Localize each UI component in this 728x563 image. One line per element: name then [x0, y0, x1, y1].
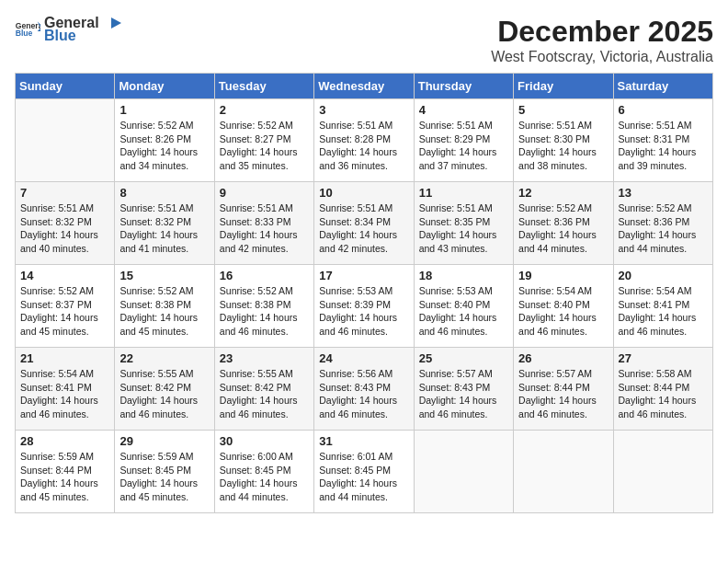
- day-header-wednesday: Wednesday: [314, 74, 414, 99]
- cell-info-line: and 44 minutes.: [518, 242, 608, 256]
- calendar-cell: 22Sunrise: 5:55 AMSunset: 8:42 PMDayligh…: [115, 348, 214, 431]
- cell-info-line: and 38 minutes.: [518, 159, 608, 173]
- cell-info-line: and 46 minutes.: [518, 325, 608, 339]
- svg-marker-3: [111, 17, 121, 29]
- cell-info-line: Sunset: 8:35 PM: [419, 215, 508, 229]
- cell-info-line: Sunset: 8:44 PM: [20, 464, 109, 477]
- cell-info: Sunrise: 5:53 AMSunset: 8:40 PMDaylight:…: [419, 284, 508, 339]
- cell-info-line: Sunrise: 5:51 AM: [319, 119, 408, 132]
- day-header-saturday: Saturday: [613, 74, 712, 99]
- cell-info-line: Daylight: 14 hours: [119, 477, 209, 490]
- logo-bird-icon: [101, 16, 121, 30]
- cell-info-line: Sunset: 8:26 PM: [119, 132, 209, 146]
- cell-info-line: Sunset: 8:42 PM: [220, 381, 309, 395]
- cell-info: Sunrise: 5:52 AMSunset: 8:38 PMDaylight:…: [119, 284, 209, 339]
- calendar-cell: 18Sunrise: 5:53 AMSunset: 8:40 PMDayligh…: [414, 265, 513, 348]
- cell-info-line: Sunset: 8:34 PM: [319, 215, 408, 229]
- cell-info-line: Sunset: 8:44 PM: [619, 381, 708, 395]
- cell-info-line: Sunset: 8:32 PM: [119, 215, 209, 229]
- cell-info-line: Sunset: 8:43 PM: [319, 381, 408, 395]
- cell-info-line: and 34 minutes.: [119, 159, 209, 173]
- day-header-tuesday: Tuesday: [214, 74, 313, 99]
- calendar-cell: 14Sunrise: 5:52 AMSunset: 8:37 PMDayligh…: [16, 265, 115, 348]
- cell-info-line: Sunrise: 5:59 AM: [20, 450, 109, 464]
- cell-info-line: Sunrise: 5:51 AM: [119, 201, 209, 215]
- calendar-cell: 30Sunrise: 6:00 AMSunset: 8:45 PMDayligh…: [214, 431, 313, 513]
- cell-info: Sunrise: 5:52 AMSunset: 8:36 PMDaylight:…: [619, 201, 708, 256]
- cell-info: Sunrise: 5:51 AMSunset: 8:29 PMDaylight:…: [419, 119, 508, 173]
- day-number: 25: [419, 351, 508, 365]
- calendar-cell: 13Sunrise: 5:52 AMSunset: 8:36 PMDayligh…: [613, 182, 712, 265]
- cell-info-line: and 35 minutes.: [220, 159, 309, 173]
- cell-info-line: and 45 minutes.: [119, 325, 209, 339]
- calendar-week-row: 21Sunrise: 5:54 AMSunset: 8:41 PMDayligh…: [16, 348, 713, 431]
- title-area: December 2025 West Footscray, Victoria, …: [491, 15, 713, 65]
- day-header-sunday: Sunday: [16, 74, 115, 99]
- calendar-cell: 20Sunrise: 5:54 AMSunset: 8:41 PMDayligh…: [613, 265, 712, 348]
- cell-info-line: Sunrise: 6:00 AM: [220, 450, 309, 464]
- cell-info-line: Sunrise: 5:56 AM: [319, 367, 408, 381]
- cell-info-line: and 42 minutes.: [220, 242, 309, 256]
- cell-info-line: and 46 minutes.: [619, 325, 708, 339]
- cell-info-line: Daylight: 14 hours: [319, 228, 408, 242]
- cell-info-line: Daylight: 14 hours: [619, 394, 708, 408]
- calendar-cell: 1Sunrise: 5:52 AMSunset: 8:26 PMDaylight…: [115, 99, 214, 182]
- cell-info-line: Sunrise: 5:52 AM: [20, 284, 109, 298]
- month-title: December 2025: [491, 15, 713, 49]
- cell-info-line: Daylight: 14 hours: [220, 477, 309, 490]
- calendar-cell: 27Sunrise: 5:58 AMSunset: 8:44 PMDayligh…: [613, 348, 712, 431]
- cell-info-line: Sunset: 8:36 PM: [619, 215, 708, 229]
- cell-info-line: and 46 minutes.: [419, 408, 508, 421]
- cell-info-line: Daylight: 14 hours: [119, 228, 209, 242]
- calendar-cell: [414, 431, 513, 513]
- cell-info: Sunrise: 5:57 AMSunset: 8:44 PMDaylight:…: [518, 367, 608, 421]
- cell-info-line: Sunrise: 5:54 AM: [518, 284, 608, 298]
- cell-info-line: Sunset: 8:30 PM: [518, 132, 608, 146]
- cell-info: Sunrise: 5:52 AMSunset: 8:26 PMDaylight:…: [119, 119, 209, 173]
- cell-info-line: Sunset: 8:41 PM: [20, 381, 109, 395]
- cell-info-line: Daylight: 14 hours: [518, 394, 608, 408]
- cell-info-line: and 45 minutes.: [119, 490, 209, 504]
- day-number: 5: [518, 103, 608, 117]
- cell-info: Sunrise: 5:51 AMSunset: 8:30 PMDaylight:…: [518, 119, 608, 173]
- cell-info: Sunrise: 5:58 AMSunset: 8:44 PMDaylight:…: [619, 367, 708, 421]
- cell-info-line: Sunrise: 5:54 AM: [20, 367, 109, 381]
- day-number: 18: [419, 269, 508, 282]
- cell-info-line: Sunrise: 5:53 AM: [319, 284, 408, 298]
- cell-info-line: Sunset: 8:44 PM: [518, 381, 608, 395]
- calendar-header-row: SundayMondayTuesdayWednesdayThursdayFrid…: [16, 74, 713, 99]
- calendar-cell: 15Sunrise: 5:52 AMSunset: 8:38 PMDayligh…: [115, 265, 214, 348]
- day-number: 13: [619, 186, 708, 200]
- day-number: 30: [220, 434, 309, 448]
- cell-info-line: Sunset: 8:45 PM: [319, 464, 408, 477]
- cell-info-line: Sunrise: 5:57 AM: [518, 367, 608, 381]
- cell-info: Sunrise: 5:59 AMSunset: 8:44 PMDaylight:…: [20, 450, 109, 504]
- day-number: 14: [20, 269, 109, 282]
- cell-info-line: and 46 minutes.: [319, 325, 408, 339]
- day-number: 17: [319, 269, 408, 282]
- cell-info-line: Daylight: 14 hours: [220, 311, 309, 325]
- cell-info-line: Daylight: 14 hours: [20, 311, 109, 325]
- cell-info: Sunrise: 5:51 AMSunset: 8:32 PMDaylight:…: [119, 201, 209, 256]
- cell-info-line: Daylight: 14 hours: [119, 311, 209, 325]
- cell-info-line: and 46 minutes.: [220, 325, 309, 339]
- cell-info: Sunrise: 5:54 AMSunset: 8:41 PMDaylight:…: [619, 284, 708, 339]
- calendar-cell: 6Sunrise: 5:51 AMSunset: 8:31 PMDaylight…: [613, 99, 712, 182]
- calendar-week-row: 1Sunrise: 5:52 AMSunset: 8:26 PMDaylight…: [16, 99, 713, 182]
- day-number: 19: [518, 269, 608, 282]
- calendar-cell: 12Sunrise: 5:52 AMSunset: 8:36 PMDayligh…: [514, 182, 613, 265]
- cell-info-line: and 44 minutes.: [220, 490, 309, 504]
- cell-info-line: Sunrise: 5:51 AM: [319, 201, 408, 215]
- cell-info-line: Sunrise: 5:51 AM: [220, 201, 309, 215]
- cell-info: Sunrise: 5:55 AMSunset: 8:42 PMDaylight:…: [220, 367, 309, 421]
- cell-info-line: Sunset: 8:28 PM: [319, 132, 408, 146]
- day-number: 20: [619, 269, 708, 282]
- cell-info-line: Daylight: 14 hours: [319, 394, 408, 408]
- cell-info-line: Daylight: 14 hours: [419, 311, 508, 325]
- calendar-cell: 16Sunrise: 5:52 AMSunset: 8:38 PMDayligh…: [214, 265, 313, 348]
- cell-info-line: and 46 minutes.: [20, 408, 109, 421]
- cell-info-line: and 39 minutes.: [619, 159, 708, 173]
- cell-info-line: Sunset: 8:33 PM: [220, 215, 309, 229]
- calendar-cell: 26Sunrise: 5:57 AMSunset: 8:44 PMDayligh…: [514, 348, 613, 431]
- calendar-cell: [613, 431, 712, 513]
